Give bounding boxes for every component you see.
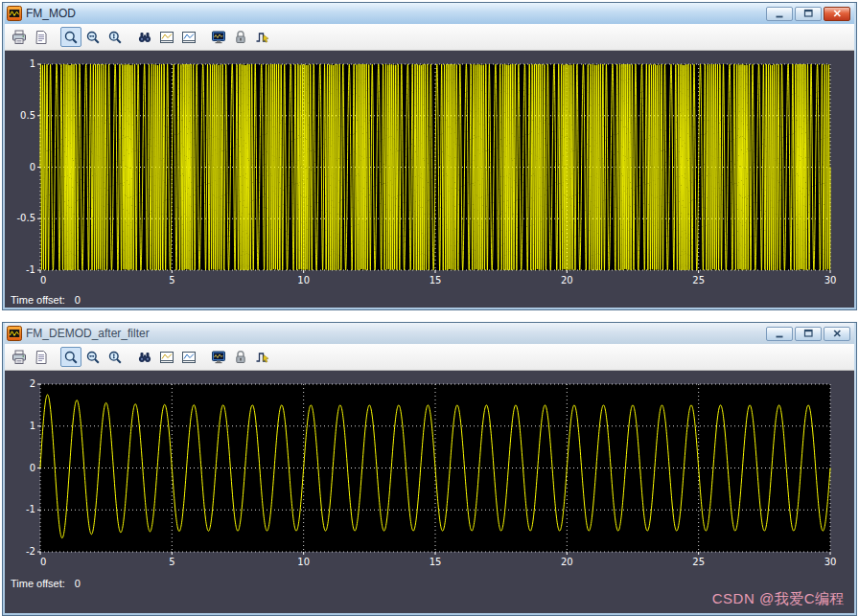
svg-text:10: 10 xyxy=(297,557,310,567)
lock-axes-icon xyxy=(233,350,248,365)
window-controls xyxy=(766,7,852,21)
svg-text:5: 5 xyxy=(169,557,174,567)
svg-text:30: 30 xyxy=(824,557,837,567)
signal-selection-button[interactable] xyxy=(252,347,273,367)
maximize-icon xyxy=(801,327,815,340)
time-offset: Time offset:0 xyxy=(5,575,854,589)
svg-text:0: 0 xyxy=(30,162,35,172)
maximize-button[interactable] xyxy=(795,7,822,21)
svg-text:20: 20 xyxy=(561,275,573,285)
restore-axes-button[interactable] xyxy=(178,27,199,47)
minimize-button[interactable] xyxy=(766,7,793,21)
zoom-x-icon xyxy=(85,350,101,365)
title-bar[interactable]: FM_MOD xyxy=(5,3,854,24)
close-button[interactable] xyxy=(824,327,850,341)
time-offset: Time offset:0 xyxy=(5,291,854,306)
window-title: FM_MOD xyxy=(26,7,762,20)
scope-window-fm-demod: FM_DEMOD_after_filter 051015202530-2-101… xyxy=(2,322,857,616)
zoom-y-icon xyxy=(107,350,123,365)
scope-figure: 051015202530-1-0.500.51 Time offset:0 xyxy=(5,51,854,308)
scope-window-fm-mod: FM_MOD 051015202530-1-0.500.51 Time offs… xyxy=(2,2,857,310)
minimize-icon xyxy=(773,327,786,340)
svg-text:0: 0 xyxy=(30,463,35,473)
time-offset-label: Time offset: xyxy=(11,294,65,306)
svg-text:0: 0 xyxy=(40,275,46,285)
svg-text:5: 5 xyxy=(169,275,174,285)
svg-text:1: 1 xyxy=(30,58,35,69)
scope-figure: 051015202530-2-1012 Time offset:0 CSDN @… xyxy=(5,371,854,613)
svg-text:25: 25 xyxy=(692,557,705,567)
svg-text:0: 0 xyxy=(40,557,46,567)
svg-text:20: 20 xyxy=(561,557,573,567)
desktop: { "page": { "watermark": "CSDN @我爱C编程" }… xyxy=(0,0,859,616)
parameters-icon xyxy=(34,30,49,45)
minimize-icon xyxy=(773,7,786,20)
zoom-y-button[interactable] xyxy=(104,347,126,367)
lock-axes-button[interactable] xyxy=(230,347,251,367)
time-offset-value: 0 xyxy=(75,578,81,589)
restore-axes-icon xyxy=(181,30,197,45)
floating-scope-button[interactable] xyxy=(208,27,229,47)
signal-selection-icon xyxy=(255,30,270,45)
autoscale-button[interactable] xyxy=(134,27,155,47)
svg-text:-1: -1 xyxy=(26,504,35,514)
maximize-icon xyxy=(801,7,815,20)
svg-text:10: 10 xyxy=(297,275,310,285)
lock-axes-icon xyxy=(233,30,248,45)
svg-text:15: 15 xyxy=(430,557,442,567)
save-axes-button[interactable] xyxy=(156,27,177,47)
svg-text:2: 2 xyxy=(30,378,35,389)
svg-text:-2: -2 xyxy=(26,546,35,557)
save-axes-icon xyxy=(159,350,174,365)
floating-scope-button[interactable] xyxy=(208,347,229,367)
close-button[interactable] xyxy=(824,7,850,21)
print-icon xyxy=(12,350,27,365)
save-axes-button[interactable] xyxy=(156,347,177,367)
parameters-button[interactable] xyxy=(31,347,52,367)
minimize-button[interactable] xyxy=(766,327,793,341)
title-bar[interactable]: FM_DEMOD_after_filter xyxy=(5,323,854,344)
svg-text:15: 15 xyxy=(430,275,442,285)
floating-scope-icon xyxy=(211,30,226,45)
scope-app-icon xyxy=(7,6,22,21)
save-axes-icon xyxy=(159,30,174,45)
watermark: CSDN @我爱C编程 xyxy=(712,590,845,608)
scope-plot[interactable]: 051015202530-1-0.500.51 xyxy=(6,52,853,291)
parameters-button[interactable] xyxy=(31,27,52,47)
print-button[interactable] xyxy=(9,27,30,47)
floating-scope-icon xyxy=(211,350,226,365)
print-button[interactable] xyxy=(9,347,30,367)
lock-axes-button[interactable] xyxy=(230,27,251,47)
window-controls xyxy=(766,327,852,341)
restore-axes-icon xyxy=(181,350,197,365)
zoom-x-button[interactable] xyxy=(82,347,104,367)
zoom-icon xyxy=(63,350,79,365)
signal-selection-icon xyxy=(255,350,270,365)
svg-text:0.5: 0.5 xyxy=(20,110,35,121)
scope-app-icon xyxy=(7,326,22,341)
svg-text:30: 30 xyxy=(824,275,837,285)
scope-toolbar xyxy=(5,24,854,51)
autoscale-button[interactable] xyxy=(134,347,155,367)
zoom-button[interactable] xyxy=(60,347,81,367)
zoom-button[interactable] xyxy=(60,27,81,47)
autoscale-icon xyxy=(137,30,152,45)
zoom-y-icon xyxy=(107,30,123,45)
signal-selection-button[interactable] xyxy=(252,27,273,47)
scope-plot[interactable]: 051015202530-2-1012 xyxy=(6,372,853,575)
time-offset-label: Time offset: xyxy=(11,578,65,589)
svg-text:-1: -1 xyxy=(26,264,35,275)
svg-text:25: 25 xyxy=(692,275,705,285)
zoom-y-button[interactable] xyxy=(104,27,126,47)
close-icon xyxy=(830,7,844,20)
time-offset-value: 0 xyxy=(75,294,81,306)
maximize-button[interactable] xyxy=(795,327,822,341)
window-title: FM_DEMOD_after_filter xyxy=(26,327,762,340)
autoscale-icon xyxy=(137,350,152,365)
zoom-x-icon xyxy=(85,30,101,45)
zoom-x-button[interactable] xyxy=(82,27,104,47)
print-icon xyxy=(12,30,27,45)
restore-axes-button[interactable] xyxy=(178,347,199,367)
zoom-icon xyxy=(63,30,79,45)
parameters-icon xyxy=(34,350,49,365)
